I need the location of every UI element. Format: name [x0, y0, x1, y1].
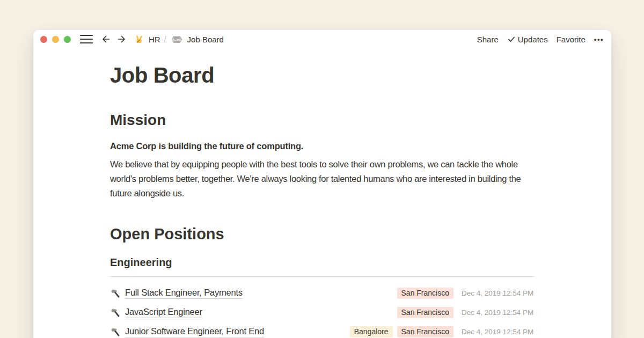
forward-arrow-icon[interactable] [116, 34, 128, 45]
victory-hand-icon [134, 34, 144, 45]
mission-body: We believe that by equipping people with… [110, 157, 535, 201]
table-row: Junior Software Engineer, Front End Bang… [110, 322, 535, 338]
open-positions-heading: Open Positions [110, 224, 535, 244]
page-title: Job Board [110, 62, 535, 88]
positions-table: Full Stack Engineer, Payments San Franci… [110, 283, 535, 338]
share-button[interactable]: Share [477, 35, 499, 44]
table-row: JavaScript Engineer San Francisco Dec 4,… [110, 303, 535, 322]
row-tags: San Francisco [397, 288, 453, 299]
row-title-link[interactable]: JavaScript Engineer [125, 307, 202, 318]
page-content: Job Board Mission Acme Corp is building … [33, 62, 611, 338]
hammer-icon [110, 288, 120, 298]
tag-san-francisco[interactable]: San Francisco [397, 326, 453, 337]
row-title-link[interactable]: Full Stack Engineer, Payments [125, 288, 243, 299]
updates-button[interactable]: Updates [507, 35, 548, 44]
row-title-link[interactable]: Junior Software Engineer, Front End [125, 326, 264, 337]
more-options-button[interactable]: ••• [594, 35, 604, 43]
hammer-icon [110, 327, 120, 337]
favorite-button[interactable]: Favorite [557, 35, 586, 44]
hammer-icon [110, 307, 120, 318]
mission-heading: Mission [110, 111, 535, 130]
breadcrumb-page[interactable]: Job Board [187, 35, 224, 44]
table-row: Full Stack Engineer, Payments San Franci… [110, 283, 535, 303]
checkmark-icon [507, 35, 516, 43]
app-window: HR / ACME Job Board Share Updates Favori… [33, 30, 611, 338]
zoom-window-button[interactable] [64, 36, 71, 43]
row-created: Dec 4, 2019 12:54 PM [462, 308, 535, 317]
row-created: Dec 4, 2019 12:54 PM [462, 289, 535, 297]
tag-san-francisco[interactable]: San Francisco [397, 288, 453, 299]
row-tags: San Francisco [397, 307, 453, 318]
breadcrumb-workspace[interactable]: HR [149, 35, 160, 44]
menu-icon[interactable] [80, 34, 93, 44]
updates-label: Updates [518, 35, 548, 44]
tag-bangalore[interactable]: Bangalore [350, 326, 393, 337]
row-tags: BangaloreSan Francisco [350, 326, 453, 337]
breadcrumb-separator: / [164, 35, 166, 43]
row-created: Dec 4, 2019 12:54 PM [462, 328, 535, 336]
traffic-lights [40, 36, 71, 43]
tag-san-francisco[interactable]: San Francisco [397, 307, 453, 318]
title-bar: HR / ACME Job Board Share Updates Favori… [33, 30, 611, 48]
minimize-window-button[interactable] [52, 36, 59, 43]
mission-lead: Acme Corp is building the future of comp… [110, 139, 535, 153]
back-arrow-icon[interactable] [100, 34, 111, 45]
svg-text:ACME: ACME [172, 38, 181, 41]
close-window-button[interactable] [40, 36, 47, 43]
acme-badge-icon: ACME [170, 34, 184, 45]
engineering-group-heading: Engineering [110, 255, 535, 277]
